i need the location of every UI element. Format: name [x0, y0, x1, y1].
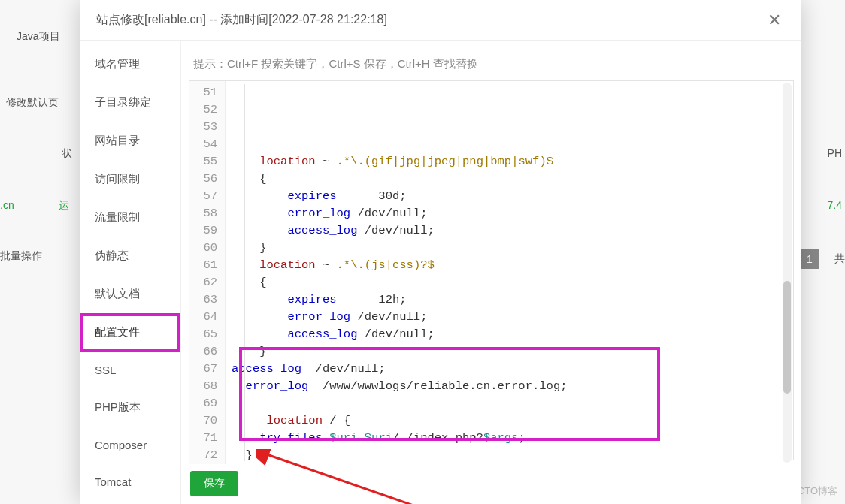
- code-line[interactable]: expires 12h;: [232, 291, 789, 309]
- code-line[interactable]: expires 30d;: [232, 188, 789, 205]
- code-line[interactable]: location ~ .*\.(gif|jpg|jpeg|png|bmp|swf…: [232, 153, 789, 171]
- background-page-1[interactable]: 1: [800, 249, 819, 269]
- sidebar-item-access[interactable]: 访问限制: [80, 160, 180, 198]
- background-default-page[interactable]: 修改默认页: [6, 96, 59, 110]
- line-number: 65: [194, 326, 217, 343]
- modal-header: 站点修改[reliable.cn] -- 添加时间[2022-07-28 21:…: [80, 0, 801, 41]
- sidebar-item-php[interactable]: PHP版本: [80, 388, 180, 427]
- line-number: 51: [194, 84, 217, 101]
- sidebar-item-tomcat[interactable]: Tomcat: [80, 463, 180, 500]
- line-number: 54: [194, 136, 217, 153]
- sidebar-item-composer[interactable]: Composer: [80, 427, 180, 463]
- editor-hint: 提示：Ctrl+F 搜索关键字，Ctrl+S 保存，Ctrl+H 查找替换: [193, 57, 794, 71]
- sidebar-item-sitedir[interactable]: 网站目录: [80, 122, 180, 160]
- code-line[interactable]: error_log /dev/null;: [232, 309, 789, 326]
- code-line[interactable]: error_log /dev/null;: [232, 205, 789, 222]
- sidebar: 域名管理子目录绑定网站目录访问限制流量限制伪静态默认文档配置文件SSLPHP版本…: [80, 41, 181, 504]
- code-line[interactable]: location / {: [232, 412, 789, 430]
- line-number: 59: [194, 222, 217, 240]
- background-status-header: 状: [62, 147, 72, 161]
- line-number: 68: [194, 378, 217, 395]
- editor-scrollbar[interactable]: [783, 83, 792, 463]
- code-line[interactable]: access_log /dev/null;: [232, 361, 789, 378]
- code-line[interactable]: {: [232, 171, 789, 188]
- code-line[interactable]: error_log /www/wwwlogs/reliable.cn.error…: [232, 378, 789, 395]
- editor-container: 5152535455565758596061626364656667686970…: [189, 80, 794, 460]
- line-number: 62: [194, 274, 217, 291]
- line-number: 63: [194, 291, 217, 309]
- background-php-header: PH: [828, 147, 842, 159]
- modal-title: 站点修改[reliable.cn] -- 添加时间[2022-07-28 21:…: [96, 12, 387, 28]
- line-number: 64: [194, 309, 217, 326]
- code-line[interactable]: [232, 395, 789, 412]
- close-icon[interactable]: ✕: [764, 11, 785, 30]
- line-number: 67: [194, 361, 217, 378]
- indent-guide: [271, 84, 271, 461]
- line-number: 52: [194, 101, 217, 119]
- code-line[interactable]: {: [232, 274, 789, 291]
- code-area[interactable]: location ~ .*\.(gif|jpg|jpeg|png|bmp|swf…: [226, 81, 793, 464]
- line-number: 55: [194, 153, 217, 171]
- sidebar-item-subdir[interactable]: 子目录绑定: [80, 83, 180, 122]
- editor-scrollbar-thumb[interactable]: [783, 281, 791, 394]
- sidebar-item-config[interactable]: 配置文件: [80, 313, 180, 352]
- line-number: 56: [194, 171, 217, 188]
- sidebar-item-defaultdoc[interactable]: 默认文档: [80, 275, 180, 313]
- line-number: 53: [194, 119, 217, 136]
- background-run-cell[interactable]: 运: [59, 199, 69, 213]
- code-editor[interactable]: 5152535455565758596061626364656667686970…: [189, 81, 793, 464]
- code-line[interactable]: access_log /dev/null;: [232, 222, 789, 240]
- sidebar-item-traffic[interactable]: 流量限制: [80, 198, 180, 237]
- site-edit-modal: 站点修改[reliable.cn] -- 添加时间[2022-07-28 21:…: [80, 0, 801, 504]
- line-number: 72: [194, 447, 217, 464]
- line-number: 71: [194, 430, 217, 447]
- background-php-version[interactable]: 7.4: [828, 199, 842, 211]
- sidebar-item-domain[interactable]: 域名管理: [80, 45, 180, 83]
- indent-guide: [244, 84, 245, 461]
- main-panel: 提示：Ctrl+F 搜索关键字，Ctrl+S 保存，Ctrl+H 查找替换 51…: [181, 41, 801, 504]
- background-tab-label[interactable]: Java项目: [17, 30, 60, 44]
- code-line[interactable]: }: [232, 240, 789, 257]
- line-number-gutter: 5152535455565758596061626364656667686970…: [189, 81, 226, 464]
- code-line[interactable]: }: [232, 447, 789, 464]
- background-bulk-btn[interactable]: 批量操作: [0, 249, 42, 263]
- code-line[interactable]: location ~ .*\.(js|css)?$: [232, 257, 789, 274]
- save-button[interactable]: 保存: [190, 471, 238, 496]
- line-number: 69: [194, 395, 217, 412]
- sidebar-item-pseudo[interactable]: 伪静态: [80, 237, 180, 275]
- sidebar-item-ssl[interactable]: SSL: [80, 352, 180, 388]
- line-number: 57: [194, 188, 217, 205]
- line-number: 70: [194, 412, 217, 430]
- line-number: 61: [194, 257, 217, 274]
- line-number: 66: [194, 343, 217, 361]
- line-number: 58: [194, 205, 217, 222]
- line-number: 60: [194, 240, 217, 257]
- background-domain-cell[interactable]: .cn: [0, 199, 14, 211]
- code-line[interactable]: try_files $uri $uri/ /index.php?$args;: [232, 430, 789, 447]
- background-total-prefix: 共: [834, 252, 845, 266]
- code-line[interactable]: }: [232, 343, 789, 361]
- code-line[interactable]: access_log /dev/null;: [232, 326, 789, 343]
